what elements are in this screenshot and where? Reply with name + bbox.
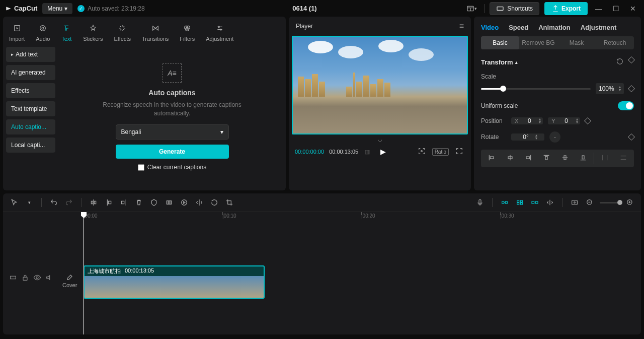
preview-render[interactable] bbox=[570, 197, 580, 208]
video-clip[interactable]: 上海城市航拍 00:00:13:05 bbox=[84, 265, 265, 299]
subtab-remove-bg[interactable]: Remove BG bbox=[519, 36, 557, 49]
zoom-in[interactable] bbox=[625, 197, 635, 208]
snap-tracks[interactable] bbox=[515, 197, 525, 208]
position-y-input[interactable]: Y▴▾ bbox=[548, 117, 580, 124]
rotate-value[interactable] bbox=[518, 133, 533, 141]
shortcuts-button[interactable]: Shortcuts bbox=[490, 2, 539, 15]
uniform-scale-toggle[interactable] bbox=[618, 101, 634, 110]
layout-button[interactable]: ▾ bbox=[464, 3, 479, 15]
scan-icon[interactable] bbox=[416, 147, 427, 156]
crop-tool[interactable] bbox=[224, 197, 234, 208]
mic-tool[interactable] bbox=[475, 197, 485, 208]
spinner-icon[interactable]: ▴▾ bbox=[535, 134, 537, 140]
player-video[interactable] bbox=[292, 36, 468, 134]
snap-main-track[interactable] bbox=[500, 197, 510, 208]
clear-captions-checkbox[interactable]: Clear current captions bbox=[138, 164, 206, 171]
spinner-icon[interactable]: ▴▾ bbox=[619, 86, 621, 92]
tab-audio[interactable]: Audio bbox=[35, 21, 51, 44]
generate-button[interactable]: Generate bbox=[116, 145, 229, 159]
subtab-basic[interactable]: Basic bbox=[481, 36, 519, 49]
undo-button[interactable] bbox=[49, 197, 59, 208]
timeline-tracks[interactable]: |00:00 |00:10 |00:20 |00:30 上海城市航拍 00:00… bbox=[80, 212, 641, 334]
align-center-h[interactable] bbox=[502, 153, 517, 164]
marker-tool[interactable] bbox=[149, 197, 159, 208]
scale-value: 100% bbox=[599, 85, 614, 92]
tab-animation[interactable]: Animation bbox=[538, 24, 571, 31]
tab-filters[interactable]: Filters bbox=[179, 21, 196, 44]
chevron-up-icon[interactable]: ▴ bbox=[515, 60, 518, 65]
align-left[interactable] bbox=[484, 153, 499, 164]
close-button[interactable]: ✕ bbox=[627, 5, 639, 13]
rotate-input[interactable]: ▴▾ bbox=[511, 133, 544, 141]
timeline-ruler[interactable]: |00:00 |00:10 |00:20 |00:30 bbox=[80, 212, 641, 221]
align-center-v[interactable] bbox=[557, 153, 573, 164]
tab-adjustment[interactable]: Adjustment bbox=[205, 21, 234, 44]
y-value[interactable] bbox=[559, 117, 574, 124]
align-top[interactable] bbox=[539, 153, 554, 164]
playhead[interactable] bbox=[84, 212, 84, 334]
rotate-dial[interactable]: - bbox=[549, 131, 560, 143]
align-right[interactable] bbox=[521, 153, 536, 164]
tab-adjustment[interactable]: Adjustment bbox=[581, 24, 617, 31]
fullscreen-icon[interactable] bbox=[454, 147, 465, 156]
keyframe-icon[interactable] bbox=[584, 117, 591, 124]
record-tool[interactable] bbox=[179, 197, 189, 208]
zoom-out[interactable] bbox=[585, 197, 595, 208]
trim-right-tool[interactable] bbox=[119, 197, 129, 208]
menu-button[interactable]: Menu ▾ bbox=[42, 3, 72, 14]
align-bottom[interactable] bbox=[576, 153, 591, 164]
mirror-tool[interactable] bbox=[194, 197, 204, 208]
subtab-retouch[interactable]: Retouch bbox=[596, 36, 634, 49]
minimize-button[interactable]: — bbox=[593, 5, 605, 13]
snap-link[interactable] bbox=[530, 197, 540, 208]
sidebar-item-text-template[interactable]: Text template bbox=[6, 101, 55, 116]
player-menu-button[interactable]: ≡ bbox=[459, 22, 464, 31]
keyframe-icon[interactable] bbox=[628, 85, 635, 92]
clear-checkbox-input[interactable] bbox=[138, 164, 144, 171]
play-button[interactable]: ▶ bbox=[380, 148, 386, 156]
ratio-button[interactable]: Ratio bbox=[432, 148, 449, 156]
language-select[interactable]: Bengali ▾ bbox=[116, 124, 229, 140]
preview-tool[interactable] bbox=[545, 197, 555, 208]
reset-icon[interactable] bbox=[616, 57, 624, 67]
freeze-tool[interactable] bbox=[164, 197, 174, 208]
svg-point-61 bbox=[36, 277, 38, 279]
position-x-input[interactable]: X▴▾ bbox=[511, 117, 543, 124]
tab-text[interactable]: Text bbox=[60, 21, 73, 44]
scale-slider[interactable] bbox=[481, 88, 591, 90]
pointer-dropdown[interactable]: ▾ bbox=[24, 197, 34, 208]
rotate-tool[interactable] bbox=[209, 197, 219, 208]
keyframe-icon[interactable] bbox=[628, 56, 635, 63]
subtab-mask[interactable]: Mask bbox=[557, 36, 596, 49]
x-value[interactable] bbox=[522, 117, 537, 124]
track-toggle-icon[interactable] bbox=[9, 274, 17, 283]
sidebar-item-add-text[interactable]: ▸Add text bbox=[6, 47, 55, 62]
tab-stickers[interactable]: Stickers bbox=[82, 21, 104, 44]
cover-button[interactable]: Cover bbox=[62, 273, 77, 288]
export-button[interactable]: Export bbox=[544, 2, 588, 15]
delete-tool[interactable] bbox=[134, 197, 144, 208]
svg-rect-31 bbox=[91, 201, 93, 204]
sidebar-item-ai-generated[interactable]: AI generated bbox=[6, 65, 55, 80]
tab-effects[interactable]: Effects bbox=[113, 21, 131, 44]
eye-icon[interactable] bbox=[33, 274, 41, 283]
sidebar-item-local-captions[interactable]: Local capti... bbox=[6, 138, 55, 153]
tab-import[interactable]: Import bbox=[8, 21, 26, 44]
split-tool[interactable] bbox=[89, 197, 99, 208]
scale-input[interactable]: 100%▴▾ bbox=[596, 83, 624, 94]
keyframe-icon[interactable] bbox=[628, 133, 635, 141]
zoom-slider[interactable] bbox=[600, 202, 620, 204]
maximize-button[interactable]: ☐ bbox=[610, 5, 622, 13]
sidebar-item-effects[interactable]: Effects bbox=[6, 83, 55, 98]
sidebar-item-auto-captions[interactable]: Auto captio... bbox=[6, 119, 55, 134]
spinner-icon[interactable]: ▴▾ bbox=[576, 118, 578, 124]
pointer-tool[interactable] bbox=[9, 197, 19, 208]
tab-transitions[interactable]: Transitions bbox=[141, 21, 170, 44]
lock-icon[interactable] bbox=[21, 274, 29, 283]
tab-speed[interactable]: Speed bbox=[509, 24, 528, 31]
trim-left-tool[interactable] bbox=[104, 197, 114, 208]
spinner-icon[interactable]: ▴▾ bbox=[539, 118, 541, 124]
tab-video[interactable]: Video bbox=[481, 24, 499, 31]
compare-icon[interactable]: ▥ bbox=[363, 149, 371, 155]
mute-icon[interactable] bbox=[45, 274, 53, 283]
